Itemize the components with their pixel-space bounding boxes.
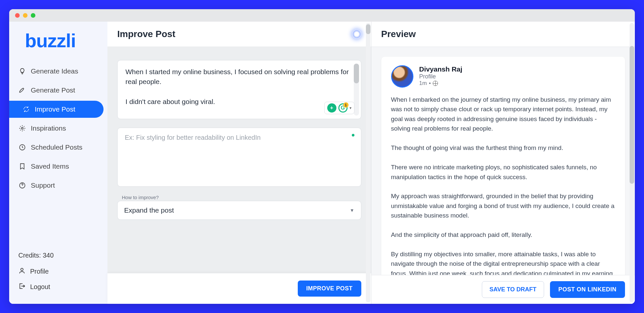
post-meta: 1m • <box>419 80 463 87</box>
instructions-placeholder: Ex: Fix styling for better readability o… <box>125 134 354 141</box>
logout-link-label: Logout <box>30 283 50 291</box>
window-maximize-icon[interactable] <box>31 13 35 18</box>
sidebar-item-saved-items[interactable]: Saved Items <box>9 158 104 175</box>
grammarly-g-icon: G 1 <box>338 103 348 113</box>
post-on-linkedin-button[interactable]: POST ON LINKEDIN <box>550 281 625 298</box>
bookmark-icon <box>18 162 26 170</box>
sidebar: buzzli Generate Ideas Generate Post Impr… <box>9 22 107 304</box>
preview-scrollbar[interactable] <box>630 23 634 303</box>
sparkle-icon <box>18 124 26 132</box>
improve-post-button[interactable]: IMPROVE POST <box>298 281 361 297</box>
textarea-scrollbar[interactable] <box>354 64 359 115</box>
avatar <box>391 65 413 88</box>
save-to-draft-button[interactable]: SAVE TO DRAFT <box>482 281 544 298</box>
chevron-down-icon: ▼ <box>350 208 354 213</box>
sidebar-item-label: Improve Post <box>35 105 75 113</box>
editor-pane: Improve Post When I started my online bu… <box>107 22 371 304</box>
clock-icon <box>18 143 26 151</box>
logout-icon <box>18 282 26 291</box>
preview-post-card: Divyansh Raj Profile 1m • When I embarke… <box>381 57 625 275</box>
author-name: Divyansh Raj <box>419 65 463 73</box>
sidebar-item-improve-post[interactable]: Improve Post <box>9 101 104 118</box>
sidebar-item-label: Generate Post <box>31 86 75 94</box>
window-close-icon[interactable] <box>15 13 20 18</box>
post-body-text: When I embarked on the journey of starti… <box>391 95 616 275</box>
sidebar-item-label: Scheduled Posts <box>31 143 83 151</box>
lightbulb-icon <box>18 67 26 75</box>
profile-link[interactable]: Profile <box>18 264 107 279</box>
preview-pane: Preview Divyansh Raj Profile 1m • <box>371 22 635 304</box>
editor-header: Improve Post <box>107 22 371 47</box>
svg-point-0 <box>21 127 23 129</box>
loading-spinner-icon <box>352 30 361 39</box>
status-dot-icon <box>352 134 354 136</box>
sidebar-nav: Generate Ideas Generate Post Improve Pos… <box>9 57 107 199</box>
instructions-input[interactable]: Ex: Fix styling for better readability o… <box>117 128 361 187</box>
how-to-improve-label: How to improve? <box>122 195 361 200</box>
profile-link-label: Profile <box>30 268 49 275</box>
credits-label: Credits: 340 <box>18 252 107 259</box>
preview-title: Preview <box>381 29 416 39</box>
sidebar-item-label: Support <box>31 181 55 189</box>
window-minimize-icon[interactable] <box>23 13 28 18</box>
logo-text: buzzli <box>25 30 76 52</box>
preview-header: Preview <box>371 22 635 47</box>
globe-icon <box>433 81 438 86</box>
author-subtitle: Profile <box>419 73 463 80</box>
how-to-improve-select[interactable]: Expand the post ▼ <box>117 201 361 220</box>
window-titlebar <box>9 9 635 22</box>
sidebar-item-label: Saved Items <box>31 162 69 170</box>
sidebar-item-scheduled-posts[interactable]: Scheduled Posts <box>9 139 104 156</box>
editor-footer: IMPROVE POST <box>107 273 371 304</box>
svg-point-3 <box>21 268 23 271</box>
pencil-icon <box>18 86 26 94</box>
user-icon <box>18 267 26 276</box>
post-input[interactable]: When I started my online business, I foc… <box>117 60 361 119</box>
preview-footer: SAVE TO DRAFT POST ON LINKEDIN <box>371 275 635 304</box>
sidebar-bottom: Credits: 340 Profile Logout <box>9 252 107 295</box>
grammarly-count-badge: 1 <box>343 102 349 108</box>
sidebar-item-label: Generate Ideas <box>31 67 78 75</box>
sidebar-item-inspirations[interactable]: Inspirations <box>9 120 104 137</box>
app-logo: buzzli <box>9 30 107 57</box>
refresh-icon <box>22 105 30 113</box>
grammarly-widget[interactable]: + G 1 ▾ <box>324 102 354 114</box>
sidebar-item-label: Inspirations <box>31 124 66 132</box>
logout-link[interactable]: Logout <box>18 279 107 295</box>
sidebar-item-generate-ideas[interactable]: Generate Ideas <box>9 63 104 80</box>
help-icon <box>18 181 26 189</box>
app-window: buzzli Generate Ideas Generate Post Impr… <box>9 9 635 304</box>
editor-scrollbar[interactable] <box>366 23 370 303</box>
sidebar-item-support[interactable]: Support <box>9 177 104 194</box>
grammarly-plus-icon: + <box>327 103 336 113</box>
sidebar-item-generate-post[interactable]: Generate Post <box>9 82 104 99</box>
post-input-text: When I started my online business, I foc… <box>125 67 353 107</box>
editor-title: Improve Post <box>117 29 175 39</box>
how-to-improve-value: Expand the post <box>124 206 174 214</box>
post-time: 1m <box>419 80 427 87</box>
meta-separator: • <box>429 80 431 87</box>
chevron-down-icon: ▾ <box>350 106 351 110</box>
